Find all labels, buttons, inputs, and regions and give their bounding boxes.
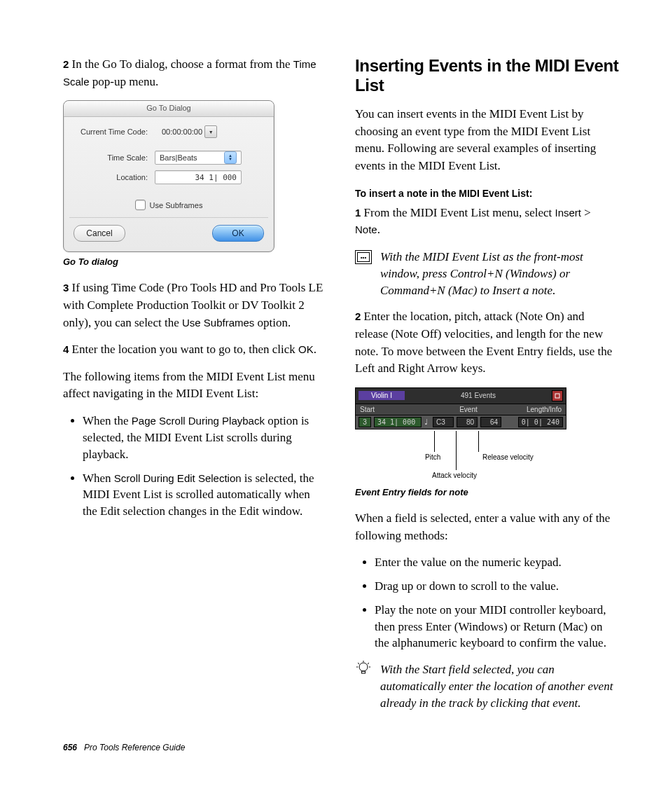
lightbulb-icon [355, 661, 372, 678]
step-4a: Enter the location you want to go to, th… [72, 343, 298, 356]
midi-event-list-figure: Violin I 491 Events Start Event Length/I… [355, 387, 566, 429]
svg-line-4 [358, 663, 359, 664]
lbl-release: Release velocity [482, 453, 534, 461]
mel-event-count: 491 Events [405, 392, 552, 399]
step-2: 2 In the Go To dialog, choose a format f… [63, 56, 327, 90]
mel-track-name[interactable]: Violin I [359, 391, 405, 400]
timecode-dropdown-icon[interactable]: ▼ [204, 125, 217, 138]
svg-line-5 [368, 663, 369, 664]
mel-header-row: Start Event Length/Info [356, 404, 566, 415]
goto-ctc-row: Current Time Code: 00:00:00:00 ▼ [64, 123, 274, 141]
step-num-1: 1 [355, 207, 361, 219]
mel-length[interactable]: 0| 0| 240 [518, 417, 563, 427]
tip-text-2: With the Start field selected, you can a… [380, 661, 619, 711]
goto-loc-row: Location: 34 1| 000 [64, 167, 274, 187]
page-footer: 656 Pro Tools Reference Guide [0, 743, 668, 752]
method-bullets: Enter the value on the numeric keypad. D… [368, 554, 619, 652]
col-start: Start [356, 404, 426, 415]
goto-caption: Go To dialog [63, 256, 327, 267]
cancel-button[interactable]: Cancel [74, 225, 125, 242]
step-num-3: 3 [63, 282, 69, 294]
mel-pitch[interactable]: C3 [433, 417, 454, 427]
subhead: To insert a note in the MIDI Event List: [355, 188, 619, 199]
nav-para: The following items from the MIDI Event … [63, 369, 327, 403]
mel-caption: Event Entry fields for note [355, 487, 619, 497]
after-para: When a field is selected, enter a value … [355, 510, 619, 544]
nav-bullets: When the Page Scroll During Playback opt… [76, 413, 327, 520]
book-title: Pro Tools Reference Guide [84, 743, 185, 752]
step-num-2r: 2 [355, 310, 361, 322]
step-3b: option. [254, 316, 291, 329]
list-item: When Scroll During Edit Selection is sel… [83, 470, 327, 520]
goto-ts-field[interactable]: Bars|Beats ▲▼ [155, 151, 242, 165]
step-num-4: 4 [63, 343, 69, 355]
step-3-sans: Use Subframes [182, 317, 254, 329]
tip-text: With the MIDI Event List as the front-mo… [380, 249, 619, 298]
step-3: 3 If using Time Code (Pro Tools HD and P… [63, 280, 327, 331]
step-num-2: 2 [63, 58, 69, 70]
goto-loc-label: Location: [71, 173, 155, 181]
goto-ctc-value: 00:00:00:00 [155, 128, 202, 136]
svg-rect-2 [362, 671, 366, 673]
subframes-label: Use Subframes [150, 201, 203, 209]
step-4b: . [314, 343, 316, 356]
goto-ts-label: Time Scale: [71, 153, 155, 162]
goto-loc-field[interactable]: 34 1| 000 [155, 170, 242, 184]
intro-para: You can insert events in the MIDI Event … [355, 106, 619, 175]
r-step-2: 2 Enter the location, pitch, attack (Not… [355, 308, 619, 378]
goto-subframes-row: Use Subframes [64, 187, 274, 217]
goto-title: Go To Dialog [64, 101, 274, 117]
updown-arrows-icon: ▲▼ [224, 151, 237, 164]
keyboard-shortcut-icon: ••• [355, 249, 372, 266]
close-icon[interactable] [552, 390, 563, 401]
lightbulb-tip: With the Start field selected, you can a… [355, 661, 619, 711]
subframes-checkbox[interactable] [135, 200, 146, 210]
section-heading: Inserting Events in the MIDI Event List [355, 56, 619, 95]
step-4: 4 Enter the location you want to go to, … [63, 341, 327, 359]
mel-entry-row: 3 34 1| 000 ♩ C3 80 64 0| 0| 240 [356, 415, 566, 429]
mel-loc-b[interactable]: 34 1| 000 [374, 417, 422, 427]
col-length: Length/Info [511, 404, 566, 415]
mel-attack[interactable]: 80 [457, 417, 478, 427]
mel-release[interactable]: 64 [480, 417, 501, 427]
list-item: Enter the value on the numeric keypad. [375, 554, 619, 571]
goto-loc-value: 34 1| 000 [195, 173, 237, 182]
page-number: 656 [63, 743, 77, 752]
mel-loc-a[interactable]: 3 [359, 417, 371, 427]
ok-button[interactable]: OK [212, 225, 264, 242]
svg-point-1 [359, 663, 368, 671]
goto-dialog-figure: Go To Dialog Current Time Code: 00:00:00… [63, 100, 274, 252]
goto-ts-row: Time Scale: Bars|Beats ▲▼ [64, 148, 274, 167]
goto-ctc-label: Current Time Code: [71, 128, 155, 136]
list-item: Drag up or down to scroll to the value. [375, 578, 619, 595]
goto-ts-value: Bars|Beats [160, 153, 197, 162]
leader-lines: Pitch Attack velocity Release velocity [355, 431, 565, 483]
step-4-sans: OK [298, 343, 314, 355]
svg-rect-0 [555, 394, 559, 398]
list-item: Play the note on your MIDI controller ke… [375, 602, 619, 652]
r-step-1: 1 From the MIDI Event List menu, select … [355, 205, 619, 239]
note-icon: ♩ [424, 418, 430, 427]
list-item: When the Page Scroll During Playback opt… [83, 413, 327, 462]
step-2b: pop-up menu. [90, 75, 159, 88]
lbl-attack: Attack velocity [432, 472, 477, 479]
step-2a: In the Go To dialog, choose a format fro… [72, 57, 293, 71]
lbl-pitch: Pitch [425, 453, 440, 461]
col-event: Event [426, 404, 511, 415]
shortcut-tip: ••• With the MIDI Event List as the fron… [355, 249, 619, 298]
